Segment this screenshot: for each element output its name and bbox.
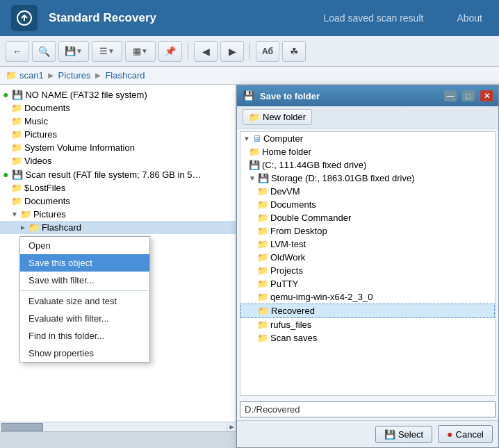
folder-icon-music: 📁 [11, 116, 22, 126]
dtree-scansaves[interactable]: 📁 Scan saves [240, 331, 495, 345]
dtree-homefolder[interactable]: 📁 Home folder [240, 145, 495, 158]
prev-button[interactable]: ◀ [194, 41, 218, 62]
save-icon: 💾 [65, 46, 76, 56]
dtree-doublecommander[interactable]: 📁 Double Commander [240, 211, 495, 224]
dtree-recovered[interactable]: 📁 Recovered [240, 304, 495, 318]
dtree-label-doublecommander: Double Commander [270, 213, 351, 223]
dialog-path-field[interactable]: D:/Recovered [240, 401, 496, 417]
computer-icon: 🖥 [252, 133, 261, 144]
ctx-find[interactable]: Find in this folder... [20, 327, 149, 345]
save-button[interactable]: 💾 ▼ [58, 41, 89, 62]
dtree-fromdesktop[interactable]: 📁 From Desktop [240, 224, 495, 238]
dtree-qemu[interactable]: 📁 qemu-img-win-x64-2_3_0 [240, 290, 495, 304]
expand-computer: ▼ [243, 135, 250, 142]
tree-item-videos[interactable]: 📁 Videos [0, 154, 236, 167]
tree-item-scanresult[interactable]: ● 💾 Scan result (FAT file system; 7.86 G… [0, 167, 236, 181]
ctx-evaluate-filter[interactable]: Evaluate with filter... [20, 310, 149, 327]
tree-item-pictures1[interactable]: 📁 Pictures [0, 128, 236, 141]
header-nav: Load saved scan result About [318, 10, 488, 26]
dtree-cdrive[interactable]: 💾 (C:, 111.44GB fixed drive) [240, 158, 495, 172]
folder-icon-pictures1: 📁 [11, 129, 22, 140]
dtree-label-ddrive: Storage (D:, 1863.01GB fixed drive) [271, 173, 415, 183]
tree-item-documents2[interactable]: 📁 Documents [0, 194, 236, 208]
dtree-label-scansaves: Scan saves [270, 333, 317, 343]
dialog-maximize-button[interactable]: □ [462, 90, 475, 101]
dialog-minimize-button[interactable]: — [444, 90, 457, 101]
hdd-icon-c: 💾 [249, 160, 260, 170]
folder-icon-pictures2: 📁 [20, 209, 31, 219]
dtree-label-computer: Computer [263, 133, 303, 144]
list-button[interactable]: ☰ ▼ [92, 41, 122, 62]
ctx-evaluate[interactable]: Evaluate size and test [20, 292, 149, 310]
folder-icon-rufus: 📁 [257, 320, 268, 330]
dtree-label-oldwork: OldWork [270, 252, 305, 263]
dtree-projects[interactable]: 📁 Projects [240, 264, 495, 277]
file-tree: ● 💾 NO NAME (FAT32 file system) 📁 Docume… [0, 85, 236, 237]
search-button[interactable]: 🔍 [32, 41, 56, 62]
dialog-path-value: D:/Recovered [245, 404, 300, 415]
tree-label-sysvolinfo: System Volume Information [24, 142, 135, 153]
breadcrumb-flashcard[interactable]: Flashcard [105, 70, 145, 81]
dtree-oldwork[interactable]: 📁 OldWork [240, 251, 495, 264]
nav-load-scan[interactable]: Load saved scan result [318, 10, 429, 26]
binoculars-button[interactable]: 📌 [158, 41, 182, 62]
ctx-save-object[interactable]: Save this object [20, 254, 149, 272]
folder-icon-videos: 📁 [11, 156, 22, 166]
hscroll-thumb[interactable] [1, 423, 43, 431]
dialog-folder-tree[interactable]: ▼ 🖥 Computer 📁 Home folder 💾 (C:, 111.44… [240, 131, 496, 396]
dtree-label-qemu: qemu-img-win-x64-2_3_0 [270, 292, 373, 302]
back-button[interactable]: ← [6, 41, 29, 62]
nav-about[interactable]: About [451, 10, 488, 26]
tree-item-sysvolinfo[interactable]: 📁 System Volume Information [0, 141, 236, 154]
save-dropdown-arrow[interactable]: ▼ [76, 47, 83, 55]
dialog-toolbar: 📁 New folder [237, 106, 498, 128]
dtree-ddrive[interactable]: ▼ 💾 Storage (D:, 1863.01GB fixed drive) [240, 172, 495, 185]
breadcrumb-scan1[interactable]: scan1 [19, 70, 44, 81]
dtree-putty[interactable]: 📁 PuTTY [240, 277, 495, 290]
folder-icon-fromdesktop: 📁 [257, 226, 268, 236]
drive-icon-noname: 💾 [12, 90, 23, 100]
folder-icon-documents-d: 📁 [257, 199, 268, 210]
cancel-dot-icon: ● [447, 429, 452, 440]
binoculars-icon: 📌 [165, 46, 176, 56]
next-button[interactable]: ▶ [220, 41, 244, 62]
dialog-title-icon: 💾 [243, 90, 254, 101]
tree-item-lostfiles[interactable]: 📁 $LostFiles [0, 181, 236, 194]
tree-item-pictures2[interactable]: ▼ 📁 Pictures [0, 208, 236, 221]
cancel-button[interactable]: ● Cancel [438, 425, 493, 443]
tree-item-noname[interactable]: ● 💾 NO NAME (FAT32 file system) [0, 88, 236, 101]
dtree-computer[interactable]: ▼ 🖥 Computer [240, 132, 495, 145]
scan-icon: 💾 [12, 169, 23, 180]
view-dropdown-arrow[interactable]: ▼ [141, 47, 148, 55]
dtree-label-homefolder: Home folder [262, 147, 311, 157]
toolbar-separator-2 [250, 43, 250, 60]
new-folder-button[interactable]: 📁 New folder [243, 109, 312, 125]
left-panel-hscrollbar[interactable]: ► [0, 422, 236, 431]
hscroll-right-arrow[interactable]: ► [227, 422, 236, 432]
tree-item-flashcard[interactable]: ► 📁 Flashcard [0, 221, 236, 234]
ctx-properties[interactable]: Show properties [20, 345, 149, 362]
view-icon: ▦ [133, 46, 141, 56]
dtree-label-rufus: rufus_files [270, 320, 311, 330]
dtree-documents-d[interactable]: 📁 Documents [240, 198, 495, 211]
new-folder-label: New folder [263, 112, 306, 122]
user-button[interactable]: ☘ [282, 41, 306, 62]
bc-sep-1: ► [47, 70, 56, 81]
font-button[interactable]: Аб [256, 41, 279, 62]
breadcrumb: 📁 scan1 ► Pictures ► Flashcard [0, 67, 499, 85]
folder-icon-projects: 📁 [257, 265, 268, 276]
dtree-label-fromdesktop: From Desktop [270, 226, 327, 236]
dtree-devvm[interactable]: 📁 DevVM [240, 185, 495, 198]
folder-breadcrumb-icon: 📁 [6, 70, 17, 81]
tree-item-documents1[interactable]: 📁 Documents [0, 101, 236, 115]
dtree-rufus[interactable]: 📁 rufus_files [240, 318, 495, 331]
tree-item-music[interactable]: 📁 Music [0, 115, 236, 128]
dialog-close-button[interactable]: ✕ [480, 90, 493, 101]
ctx-save-filter[interactable]: Save with filter... [20, 272, 149, 289]
list-dropdown-arrow[interactable]: ▼ [108, 47, 115, 55]
ctx-open[interactable]: Open [20, 237, 149, 254]
select-button[interactable]: 💾 Select [375, 426, 432, 443]
breadcrumb-pictures[interactable]: Pictures [58, 70, 91, 81]
dtree-lvmtest[interactable]: 📁 LVM-test [240, 238, 495, 251]
view-button[interactable]: ▦ ▼ [125, 41, 156, 62]
